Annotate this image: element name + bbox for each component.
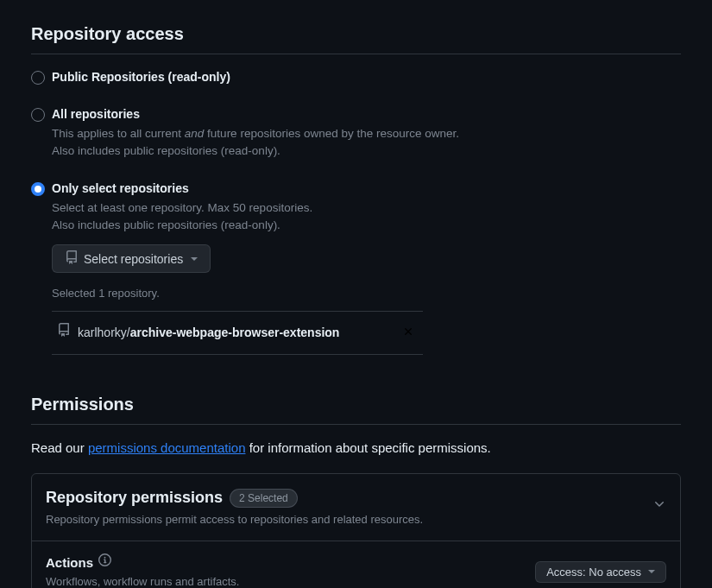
radio-select[interactable] xyxy=(31,182,45,196)
remove-repo-button[interactable] xyxy=(399,322,418,344)
repo-permissions-header[interactable]: Repository permissions 2 Selected Reposi… xyxy=(32,474,680,541)
close-icon xyxy=(402,326,414,340)
select-repositories-label: Select repositories xyxy=(84,252,183,266)
chevron-down-icon xyxy=(652,497,666,516)
radio-select-desc: Select at least one repository. Max 50 r… xyxy=(52,199,681,235)
radio-all-label: All repositories xyxy=(52,105,681,123)
selected-count-text: Selected 1 repository. xyxy=(52,285,681,302)
access-label: Access: No access xyxy=(546,566,641,579)
select-repositories-button[interactable]: Select repositories xyxy=(52,244,211,273)
permission-desc: Workflows, workflow runs and artifacts. xyxy=(46,573,535,588)
repo-icon xyxy=(57,323,71,342)
caret-down-icon xyxy=(191,257,198,261)
permissions-doc-link[interactable]: permissions documentation xyxy=(88,440,246,455)
access-select-button[interactable]: Access: No access xyxy=(535,561,666,583)
info-icon[interactable] xyxy=(98,553,111,572)
radio-public-label: Public Repositories (read-only) xyxy=(52,68,681,86)
repo-access-radio-group: Public Repositories (read-only) All repo… xyxy=(31,68,681,355)
radio-option-select: Only select repositories Select at least… xyxy=(31,180,681,355)
repo-icon xyxy=(65,250,79,267)
repo-permissions-subtitle: Repository permissions permit access to … xyxy=(46,511,652,528)
repo-permissions-panel: Repository permissions 2 Selected Reposi… xyxy=(31,473,681,588)
radio-public[interactable] xyxy=(31,71,45,85)
radio-all[interactable] xyxy=(31,108,45,122)
repo-access-heading: Repository access xyxy=(31,21,681,54)
radio-option-public: Public Repositories (read-only) xyxy=(31,68,681,86)
permissions-heading: Permissions xyxy=(31,391,681,425)
permission-name: Actions xyxy=(46,553,93,573)
repo-permissions-title: Repository permissions xyxy=(46,486,223,509)
caret-down-icon xyxy=(648,570,655,573)
selected-repo-fullname: karlhorky/archive-webpage-browser-extens… xyxy=(78,324,339,342)
permission-row-actions: Actions Workflows, workflow runs and art… xyxy=(32,541,680,589)
radio-option-all: All repositories This applies to all cur… xyxy=(31,105,681,161)
selected-repo-item: karlhorky/archive-webpage-browser-extens… xyxy=(52,312,423,355)
permissions-intro: Read our permissions documentation for i… xyxy=(31,439,681,458)
radio-all-desc: This applies to all current and future r… xyxy=(52,125,681,161)
repo-permissions-badge: 2 Selected xyxy=(230,489,298,508)
selected-repo-list: karlhorky/archive-webpage-browser-extens… xyxy=(52,311,423,355)
radio-select-label: Only select repositories xyxy=(52,180,681,198)
